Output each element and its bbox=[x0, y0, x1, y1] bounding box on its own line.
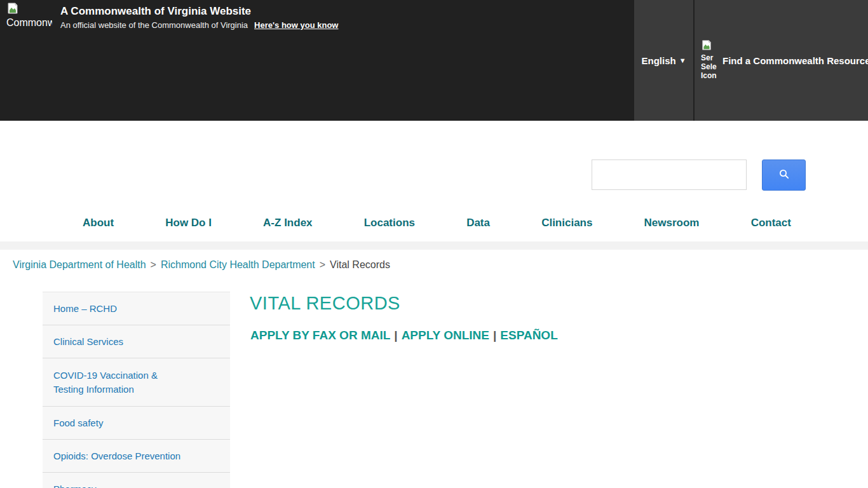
sidebar-link[interactable]: Clinical Services bbox=[53, 335, 123, 349]
commonwealth-banner: Commonw A Commonwealth of Virginia Websi… bbox=[0, 0, 868, 121]
search-button[interactable] bbox=[762, 159, 806, 191]
search-icon bbox=[778, 168, 790, 182]
nav-item-locations[interactable]: Locations bbox=[364, 217, 415, 229]
page-title: VITAL RECORDS bbox=[250, 293, 400, 314]
banner-subtitle-row: An official website of the Commonwealth … bbox=[60, 20, 338, 30]
find-resource-label: Find a Commonwealth Resource bbox=[722, 55, 868, 66]
main-navigation: About How Do I A-Z Index Locations Data … bbox=[83, 217, 791, 229]
broken-image-icon bbox=[6, 6, 19, 17]
nav-bottom-strip bbox=[0, 241, 868, 250]
breadcrumb-separator: > bbox=[151, 259, 156, 270]
sidebar-link[interactable]: COVID-19 Vaccination & Testing Informati… bbox=[53, 369, 171, 396]
chevron-down-icon: ▼ bbox=[679, 57, 686, 64]
breadcrumb-rchd-link[interactable]: Richmond City Health Department bbox=[161, 259, 315, 270]
find-resource-panel[interactable]: Ser Sele Icon Find a Commonwealth Resour… bbox=[695, 0, 868, 121]
nav-item-how-do-i[interactable]: How Do I bbox=[165, 217, 212, 229]
sidebar-item-partial[interactable]: Pharmacy bbox=[43, 473, 230, 488]
icon-alt-text: Icon bbox=[701, 71, 718, 80]
nav-item-az-index[interactable]: A-Z Index bbox=[263, 217, 312, 229]
breadcrumb-current: Vital Records bbox=[330, 259, 390, 270]
breadcrumb: Virginia Department of Health>Richmond C… bbox=[13, 259, 390, 271]
sidebar-menu: Home – RCHD Clinical Services COVID-19 V… bbox=[43, 292, 230, 488]
services-selection-broken-image: Ser Sele Icon bbox=[701, 39, 718, 80]
commonwealth-logo-broken-image: Commonw bbox=[6, 2, 52, 29]
icon-alt-text: Ser bbox=[701, 53, 718, 62]
language-label: English bbox=[641, 55, 675, 66]
logo-alt-text: Commonw bbox=[6, 17, 52, 29]
sidebar-item-covid19[interactable]: COVID-19 Vaccination & Testing Informati… bbox=[43, 358, 230, 407]
sidebar-link[interactable]: Pharmacy bbox=[53, 482, 97, 488]
link-separator: | bbox=[493, 329, 496, 342]
nav-item-data[interactable]: Data bbox=[466, 217, 490, 229]
breadcrumb-vdh-link[interactable]: Virginia Department of Health bbox=[13, 259, 146, 270]
link-separator: | bbox=[394, 329, 397, 342]
sidebar-item-home-rchd[interactable]: Home – RCHD bbox=[43, 292, 230, 325]
sidebar-link[interactable]: Food safety bbox=[53, 416, 103, 430]
breadcrumb-separator: > bbox=[320, 259, 325, 270]
banner-subtitle: An official website of the Commonwealth … bbox=[60, 20, 248, 30]
apply-online-link[interactable]: APPLY ONLINE bbox=[402, 329, 489, 342]
icon-alt-text: Sele bbox=[701, 62, 718, 71]
espanol-link[interactable]: ESPAÑOL bbox=[500, 329, 557, 342]
sidebar-link[interactable]: Opioids: Overdose Prevention bbox=[53, 449, 180, 463]
banner-title: A Commonwealth of Virginia Website bbox=[60, 5, 251, 18]
apply-fax-mail-link[interactable]: APPLY BY FAX OR MAIL bbox=[250, 329, 390, 342]
nav-item-clinicians[interactable]: Clinicians bbox=[541, 217, 592, 229]
apply-links-row: APPLY BY FAX OR MAIL|APPLY ONLINE|ESPAÑO… bbox=[250, 329, 558, 342]
nav-item-newsroom[interactable]: Newsroom bbox=[644, 217, 700, 229]
search-input[interactable] bbox=[592, 159, 747, 190]
sidebar-item-clinical-services[interactable]: Clinical Services bbox=[43, 325, 230, 358]
nav-item-about[interactable]: About bbox=[83, 217, 114, 229]
nav-item-contact[interactable]: Contact bbox=[751, 217, 791, 229]
language-selector[interactable]: English ▼ bbox=[634, 0, 693, 121]
sidebar-item-opioids[interactable]: Opioids: Overdose Prevention bbox=[43, 440, 230, 473]
heres-how-you-know-link[interactable]: Here's how you know bbox=[254, 20, 338, 30]
broken-image-icon bbox=[701, 42, 712, 53]
sidebar-link[interactable]: Home – RCHD bbox=[53, 302, 117, 316]
sidebar-item-food-safety[interactable]: Food safety bbox=[43, 407, 230, 440]
